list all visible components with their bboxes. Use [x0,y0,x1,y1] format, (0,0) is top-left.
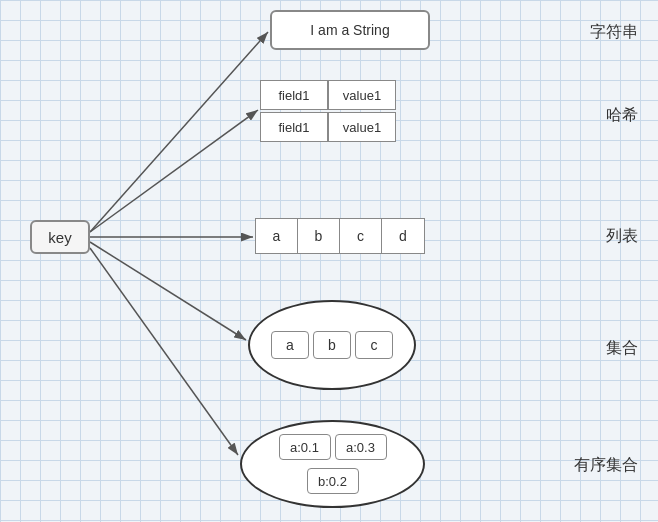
set-item-b: b [313,331,351,359]
string-label: I am a String [310,22,389,38]
svg-line-4 [90,242,246,340]
svg-line-2 [90,110,258,232]
set-container: a b c [248,300,416,390]
zset-item-b2: b:0.2 [307,468,359,494]
zset-container: a:0.1 a:0.3 b:0.2 [240,420,425,508]
list-type-label: 列表 [606,226,638,247]
list-container: a b c d [255,218,425,254]
list-item-c: c [340,219,382,253]
hash-field1: field1 [260,80,328,110]
zset-item-a1: a:0.1 [279,434,331,460]
key-box: key [30,220,90,254]
hash-field2: field1 [260,112,328,142]
hash-row-2: field1 value1 [260,112,396,142]
hash-row-1: field1 value1 [260,80,396,110]
set-type-label: 集合 [606,338,638,359]
list-item-b: b [298,219,340,253]
list-item-d: d [382,219,424,253]
set-item-a: a [271,331,309,359]
zset-type-label: 有序集合 [574,455,638,476]
diagram: key I am a String 字符串 field1 value1 fiel… [0,0,658,522]
set-item-c: c [355,331,393,359]
list-item-a: a [256,219,298,253]
hash-container: field1 value1 field1 value1 [260,80,396,142]
svg-line-1 [90,32,268,232]
key-label: key [48,229,71,246]
zset-item-a3: a:0.3 [335,434,387,460]
svg-line-5 [90,248,238,455]
string-box: I am a String [270,10,430,50]
string-type-label: 字符串 [590,22,638,43]
hash-value2: value1 [328,112,396,142]
hash-type-label: 哈希 [606,105,638,126]
hash-value1: value1 [328,80,396,110]
